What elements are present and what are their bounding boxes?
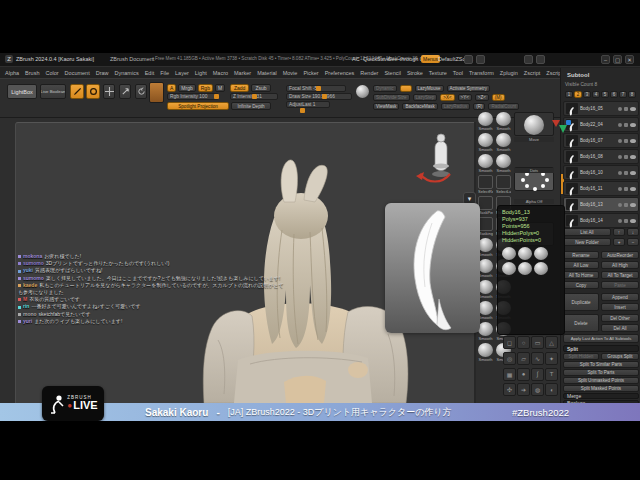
polypaint-icon[interactable] <box>618 139 622 143</box>
gear-icon[interactable]: ✣ <box>503 383 516 396</box>
menu-item[interactable]: Texture <box>429 70 447 76</box>
brush-thumbnail[interactable] <box>518 262 532 275</box>
subtool-tab[interactable]: 1 <box>565 91 573 98</box>
subtool-tab[interactable]: 7 <box>619 91 627 98</box>
eye-icon[interactable] <box>630 107 636 111</box>
move-button[interactable] <box>103 84 115 99</box>
subtool-row[interactable]: Body16_13 <box>563 197 639 212</box>
rename-button[interactable]: Rename <box>563 251 599 259</box>
mode-chip[interactable]: Rgb <box>198 84 213 92</box>
del-other-button[interactable]: Del Other <box>601 314 639 322</box>
folder-remove-icon[interactable]: − <box>627 238 639 246</box>
menu-item[interactable]: Transform <box>469 70 494 76</box>
restore-button[interactable]: ▢ <box>613 55 622 64</box>
quick-brush[interactable]: SelectLa <box>496 175 512 194</box>
split-masked-points-button[interactable]: Split Masked Points <box>563 385 639 392</box>
toolbar-chip[interactable]: Dynamic <box>373 85 397 92</box>
material-preview-sphere[interactable] <box>356 85 369 98</box>
eye-icon[interactable] <box>630 203 636 207</box>
subtool-row[interactable]: Body16_14 <box>563 213 639 228</box>
delete-button[interactable]: Delete <box>563 314 599 332</box>
menu-item[interactable]: Picker <box>303 70 318 76</box>
move-down-button[interactable]: ↓ <box>627 228 639 236</box>
all-low-button[interactable]: All Low <box>563 261 599 269</box>
quick-brush[interactable]: Smooth <box>478 280 494 299</box>
sphere-icon[interactable]: ○ <box>517 336 530 349</box>
polypaint-icon[interactable] <box>618 219 622 223</box>
eye-icon[interactable] <box>630 139 636 143</box>
menu-item[interactable]: File <box>160 70 169 76</box>
subtool-tab[interactable]: 4 <box>592 91 600 98</box>
brush-edit-icon[interactable] <box>624 219 628 223</box>
menu-item[interactable]: Tool <box>453 70 463 76</box>
quick-brush[interactable]: Smooth <box>478 301 494 320</box>
toolbar-chip[interactable]: LazyStep <box>413 94 438 101</box>
eye-icon[interactable] <box>630 171 636 175</box>
zsphere-icon[interactable]: ● <box>517 368 530 381</box>
axis-indicator[interactable] <box>552 119 572 137</box>
draw-size-slider[interactable]: Draw Size 190.58966 <box>286 93 352 100</box>
current-brush-slot[interactable] <box>514 112 554 136</box>
subtool-panel-title[interactable]: Subtool <box>567 72 589 78</box>
helix-icon[interactable]: ∿ <box>531 352 544 365</box>
polypaint-icon[interactable] <box>618 187 622 191</box>
toolbar-chip[interactable]: BackfaceMask <box>402 103 437 110</box>
folder-add-icon[interactable]: + <box>613 238 625 246</box>
brush-thumbnail[interactable] <box>534 247 548 260</box>
quick-brush[interactable]: Masking <box>478 217 494 236</box>
menu-item[interactable]: Render <box>360 70 378 76</box>
close-button[interactable]: ✕ <box>625 55 634 64</box>
duplicate-button[interactable]: Duplicate <box>563 293 599 311</box>
polypaint-icon[interactable] <box>618 171 622 175</box>
brush-thumbnail[interactable] <box>502 247 516 260</box>
menu-item[interactable]: Color <box>45 70 58 76</box>
ring-icon[interactable]: ◎ <box>503 352 516 365</box>
toolbar-chip[interactable]: >Y< <box>458 94 472 101</box>
toolbar-chip[interactable]: >X< <box>440 94 454 101</box>
paste-button[interactable]: Paste <box>601 281 639 289</box>
minimize-button[interactable]: – <box>601 55 610 64</box>
quick-brush[interactable]: Smooth <box>478 238 494 257</box>
eye-icon[interactable] <box>630 187 636 191</box>
menu-item[interactable]: Macro <box>213 70 228 76</box>
brush-edit-icon[interactable] <box>624 171 628 175</box>
cylinder-icon[interactable]: ▭ <box>531 336 544 349</box>
arrow-icon[interactable]: ➔ <box>517 383 530 396</box>
toolbar-chip[interactable]: (M) <box>492 94 505 101</box>
toolbar-chip[interactable]: SubDivide Size <box>373 94 410 101</box>
subtool-row[interactable]: Body16_11 <box>563 181 639 196</box>
insert-button[interactable]: Insert <box>601 303 639 311</box>
subtool-row[interactable]: Body16_07 <box>563 133 639 148</box>
subtool-row[interactable]: Body16_10 <box>563 165 639 180</box>
quick-brush[interactable]: Smooth <box>478 322 494 341</box>
eye-icon[interactable] <box>630 155 636 159</box>
menu-item[interactable]: Zplugin <box>500 70 518 76</box>
brush-thumbnail[interactable] <box>502 262 516 275</box>
split-hidden-button[interactable]: Split Hidden <box>563 353 599 360</box>
split-to-parts-button[interactable]: Split To Parts <box>563 369 639 376</box>
lightbox-button[interactable]: LightBox <box>7 84 37 99</box>
copy-button[interactable]: Copy <box>563 281 599 289</box>
quick-brush[interactable]: Smooth <box>478 133 494 152</box>
focal-shift-nub[interactable] <box>316 86 321 91</box>
adjust-last-nub[interactable] <box>300 108 305 113</box>
menu-item[interactable]: Stencil <box>384 70 401 76</box>
toolbar-chip[interactable] <box>400 85 412 92</box>
toolbar-chip[interactable]: Activate Symmetry <box>447 85 491 92</box>
quick-brush[interactable]: Smooth <box>478 112 494 131</box>
new-folder-button[interactable]: New Folder <box>563 238 611 246</box>
draw-mode-button[interactable] <box>86 84 100 99</box>
menu-item[interactable]: Movie <box>283 70 298 76</box>
menu-item[interactable]: Edit <box>145 70 154 76</box>
quick-brush[interactable]: Smooth <box>478 343 494 362</box>
rgb-intensity-nub[interactable] <box>214 94 219 99</box>
adjust-last-slider[interactable]: AdjustLast 1 <box>286 101 330 108</box>
toolbar-chip[interactable]: (R) <box>473 103 485 110</box>
cone-icon[interactable]: △ <box>545 336 558 349</box>
menu-item[interactable]: Alpha <box>5 70 19 76</box>
infinite-depth-button[interactable]: Infinite Depth <box>231 102 271 110</box>
brush-edit-icon[interactable] <box>624 107 628 111</box>
split-to-similar-parts-button[interactable]: Split To Similar Parts <box>563 361 639 368</box>
ac-label[interactable]: AC <box>352 56 360 62</box>
polypaint-icon[interactable] <box>618 123 622 127</box>
